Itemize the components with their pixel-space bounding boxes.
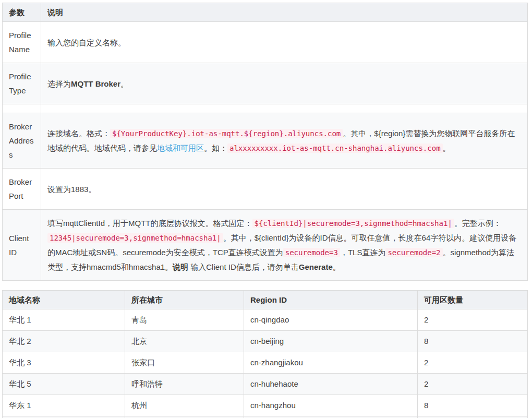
param-row: Profile Name输入您的自定义名称。: [3, 22, 528, 63]
param-name-cell: Profile Name: [3, 22, 41, 63]
param-desc-cell: 连接域名。格式：${YourProductKey}.iot-as-mqtt.${…: [41, 113, 528, 169]
regions-table-body: 华北 1青岛cn-qingdao2华北 2北京cn-beijing8华北 3张家…: [3, 309, 528, 418]
region-row: 华北 3张家口cn-zhangjiakou2: [3, 352, 528, 374]
params-table-body: Profile Name输入您的自定义名称。Profile Type选择为MQT…: [3, 22, 528, 281]
bold-text: Generate: [299, 262, 333, 271]
region-id-cell: cn-shanghai: [244, 416, 418, 418]
inline-code: securemode=2: [385, 248, 442, 257]
params-header-param: 参数: [3, 3, 41, 22]
region-row: 华东 1杭州cn-hangzhou8: [3, 395, 528, 416]
region-name-cell: 华北 3: [3, 352, 125, 374]
region-name-cell: 华北 2: [3, 331, 125, 352]
regions-table-header: 地域名称 所在城市 Region ID 可用区数量: [3, 291, 528, 309]
inline-code: 12345|securemode=3,signmethod=hmacsha1|: [47, 233, 223, 243]
region-name-cell: 华东 2: [3, 416, 125, 418]
param-row: Profile Type选择为MQTT Broker。: [3, 63, 528, 104]
regions-header-name: 地域名称: [3, 291, 125, 309]
params-header-desc: 说明: [41, 3, 528, 22]
region-name-cell: 华北 5: [3, 374, 125, 395]
region-row: 华北 5呼和浩特cn-huhehaote2: [3, 374, 528, 395]
param-row: Broker Port设置为1883。: [3, 169, 528, 210]
regions-header-city: 所在城市: [125, 291, 244, 309]
city-cell: 青岛: [125, 309, 244, 331]
param-desc-cell: [41, 104, 528, 113]
zone-count-cell: 2: [418, 374, 528, 395]
doc-page: 参数 说明 Profile Name输入您的自定义名称。Profile Type…: [0, 0, 532, 418]
region-id-cell: cn-huhehaote: [244, 374, 418, 395]
param-desc-cell: 设置为1883。: [41, 169, 528, 210]
param-name-cell: [3, 104, 41, 113]
text-segment: 。如：: [204, 144, 227, 152]
text-segment: 。: [443, 144, 451, 152]
inline-code: securemode=3: [283, 248, 340, 257]
param-row: Broker Address连接域名。格式：${YourProductKey}.…: [3, 113, 528, 169]
param-name-cell: Broker Address: [3, 113, 41, 169]
city-cell: 北京: [125, 331, 244, 352]
text-segment: 连接域名。格式：: [47, 129, 110, 138]
zone-count-cell: 2: [418, 352, 528, 374]
zone-count-cell: 6: [418, 416, 528, 418]
param-name-cell: Client ID: [3, 210, 41, 281]
region-row: 华北 1青岛cn-qingdao2: [3, 309, 528, 331]
city-cell: 张家口: [125, 352, 244, 374]
param-name-cell: Broker Port: [3, 169, 41, 210]
text-segment: 。: [120, 79, 128, 88]
zone-count-cell: 8: [418, 331, 528, 352]
region-name-cell: 华东 1: [3, 395, 125, 416]
param-desc-cell: 输入您的自定义名称。: [41, 22, 528, 63]
city-cell: 上海: [125, 416, 244, 418]
regions-header-row: 地域名称 所在城市 Region ID 可用区数量: [3, 291, 528, 309]
inline-code: alxxxxxxxxx.iot-as-mqtt.cn-shanghai.aliy…: [227, 144, 443, 153]
region-name-cell: 华北 1: [3, 309, 125, 331]
regions-table: 地域名称 所在城市 Region ID 可用区数量 华北 1青岛cn-qingd…: [2, 290, 528, 418]
param-name-cell: Profile Type: [3, 63, 41, 104]
text-segment: 输入您的自定义名称。: [47, 38, 126, 47]
text-segment: 输入Client ID信息后，请勿单击: [188, 262, 299, 271]
text-segment: 。: [333, 262, 341, 271]
param-row: Client ID填写mqttClientId，用于MQTT的底层协议报文。格式…: [3, 210, 528, 281]
region-id-cell: cn-zhangjiakou: [244, 352, 418, 374]
text-segment: 。完整示例：: [454, 219, 501, 228]
param-desc-cell: 选择为MQTT Broker。: [41, 63, 528, 104]
region-id-cell: cn-qingdao: [244, 309, 418, 331]
region-id-cell: cn-hangzhou: [244, 395, 418, 416]
text-segment: 选择为: [47, 79, 71, 88]
zone-count-cell: 8: [418, 395, 528, 416]
region-row: 华东 2上海cn-shanghai6: [3, 416, 528, 418]
text-segment: ，TLS直连为: [340, 248, 386, 257]
city-cell: 呼和浩特: [125, 374, 244, 395]
region-row: 华北 2北京cn-beijing8: [3, 331, 528, 352]
param-desc-cell: 填写mqttClientId，用于MQTT的底层协议报文。格式固定：${clie…: [41, 210, 528, 281]
bold-text: 说明: [173, 262, 188, 271]
text-segment: 设置为1883。: [47, 185, 96, 194]
zone-count-cell: 2: [418, 309, 528, 331]
inline-code: ${clientId}|securemode=3,signmethod=hmac…: [252, 219, 454, 228]
mqtt-params-table: 参数 说明 Profile Name输入您的自定义名称。Profile Type…: [2, 3, 528, 281]
city-cell: 杭州: [125, 395, 244, 416]
params-header-row: 参数 说明: [3, 3, 528, 22]
regions-and-zones-link[interactable]: 地域和可用区: [157, 144, 204, 152]
bold-text: MQTT Broker: [71, 79, 120, 88]
regions-header-zone-count: 可用区数量: [418, 291, 528, 309]
params-table-header: 参数 说明: [3, 3, 528, 22]
inline-code: ${YourProductKey}.iot-as-mqtt.${region}.…: [110, 129, 343, 138]
regions-header-region-id: Region ID: [244, 291, 418, 309]
text-segment: 填写mqttClientId，用于MQTT的底层协议报文。格式固定：: [47, 219, 252, 228]
region-id-cell: cn-beijing: [244, 331, 418, 352]
param-row: [3, 104, 528, 113]
